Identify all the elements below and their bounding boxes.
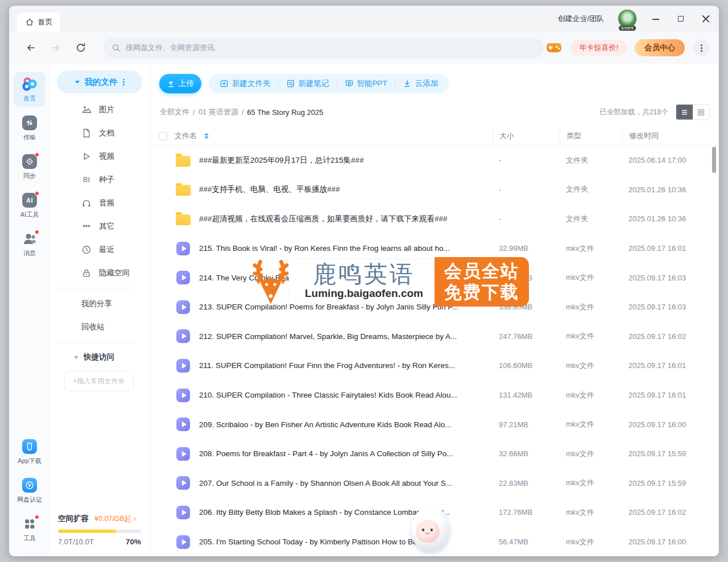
table-row[interactable]: 213. SUPER Compilation! Poems for Breakf… [151,292,719,322]
rail-item-sync[interactable]: 同步 [14,150,46,184]
sidebar-item-audio[interactable]: 音频 [50,191,150,214]
back-button[interactable] [25,42,36,53]
sidebar-item-pictures[interactable]: 图片 [50,98,150,121]
assistant-mascot[interactable] [411,506,450,552]
sidebar-item-documents[interactable]: 文档 [50,121,150,144]
avatar[interactable]: SVIP5 [618,9,637,28]
table-row[interactable]: 210. SUPER Compilation - Three Classic F… [151,381,719,410]
table-row[interactable]: 215. This Book is Viral! - by Ron Keres … [151,234,719,263]
breadcrumb-all-files[interactable]: 全部文件 [160,107,189,117]
caret-down-icon [74,356,78,359]
new-folder-button[interactable]: 新建文件夹 [212,74,278,93]
grid-view-button[interactable] [693,105,709,119]
sidebar-label: 种子 [99,175,114,185]
rail-item-app-download[interactable]: App下载 [14,435,46,469]
sidebar-item-recycle-bin[interactable]: 回收站 [50,315,150,338]
sidebar-item-recent[interactable]: 最近 [50,238,150,261]
file-name: ###最新更新至2025年09月17日，总计215集### [199,155,364,166]
vip-center-button[interactable]: 会员中心 [635,39,685,56]
table-row[interactable]: 211. SUPER Compilation! Four Finn the Fr… [151,351,719,381]
column-name[interactable]: 文件名 [175,131,197,141]
refresh-button[interactable] [75,42,86,53]
file-type: mkv文件 [560,272,622,283]
new-note-button[interactable]: 新建笔记 [279,74,337,93]
sidebar-item-my-shares[interactable]: 我的分享 [50,292,150,315]
sidebar-item-others[interactable]: ••• 其它 [50,214,150,238]
table-row[interactable]: 214. The Very Cranky Bear Super Compilat… [151,263,719,292]
rail-item-home[interactable]: 首页 [14,72,46,107]
nav-rail: 首页 传输 同步 AI AI工具 [9,64,50,556]
breadcrumb-separator: / [193,108,195,117]
file-icon [176,182,191,197]
smart-ppt-button[interactable]: 智能PPT [337,74,395,93]
file-type: mkv文件 [560,537,622,547]
sidebar-item-quick-access[interactable]: 快捷访问 [50,346,150,369]
table-row[interactable]: ###最新更新至2025年09月17日，总计215集### - 文件夹 2025… [151,146,719,175]
upload-button[interactable]: 上传 [159,74,201,93]
sync-icon [22,154,37,169]
rail-item-ai-tools[interactable]: AI AI工具 [14,188,46,223]
table-row[interactable]: ###超清视频，在线观看会压缩画质，如果要画质好，请下载下来观看### - 文件… [151,204,719,234]
minimize-button[interactable] [652,15,660,23]
file-size: 182.77MB [493,274,560,282]
divider [56,342,134,342]
rail-label: AI工具 [20,210,39,219]
close-button[interactable] [702,15,710,23]
file-modified: 2025.09.17 16:03 [622,303,719,311]
file-name: 215. This Book is Viral! - by Ron Keres … [199,244,450,253]
sort-icon[interactable] [204,133,209,139]
storage-price-link[interactable]: ¥0.07/GB起 › [94,514,136,524]
list-view-button[interactable] [676,105,693,119]
table-row[interactable]: ###支持手机、电脑、电视、平板播放### - 文件夹 2025.01.26 1… [151,175,719,205]
sidebar-item-my-files[interactable]: 我的文件 [57,71,142,93]
sidebar-label: 其它 [99,221,114,232]
sidebar-label: 文档 [99,128,114,138]
file-name: ###超清视频，在线观看会压缩画质，如果要画质好，请下载下来观看### [199,214,448,224]
sidebar-item-hidden-space[interactable]: 隐藏空间 [50,261,150,284]
file-icon [176,212,191,226]
notification-dot [35,152,39,157]
app-download-icon [22,439,37,454]
table-row[interactable]: 212. SUPER Compilation! Marvel, Sparkle,… [151,322,719,352]
sidebar-item-torrents[interactable]: Bt 种子 [50,168,150,191]
search-placeholder: 搜网盘文件、全网资源资讯 [126,43,214,53]
favorite-folder-dropzone[interactable]: +拖入常用文件夹 [64,371,134,391]
file-type: mkv文件 [560,449,622,459]
ellipsis-icon: ••• [81,221,92,232]
cloud-add-button[interactable]: 云添加 [395,74,446,93]
breadcrumb-folder[interactable]: 01 英语资源 [198,107,238,117]
column-type[interactable]: 类型 [560,127,622,145]
more-menu-button[interactable] [693,39,710,56]
rail-item-certification[interactable]: 网盘认证 [14,473,46,508]
certification-icon [22,478,37,493]
create-team-link[interactable]: 创建企业/团队 [557,14,604,24]
breadcrumb-separator: / [242,108,244,117]
forward-button[interactable] [50,42,61,53]
select-all-checkbox[interactable] [159,132,167,140]
file-rows: ###最新更新至2025年09月17日，总计215集### - 文件夹 2025… [151,146,719,556]
table-row[interactable]: 207. Our School is a Family - by Shannon… [151,469,719,498]
game-icon[interactable] [545,42,562,54]
file-name: 207. Our School is a Family - by Shannon… [199,479,452,487]
storage-panel: 空间扩容 ¥0.07/GB起 › 7.0T/10.0T 70% [50,514,150,556]
search-input[interactable]: 搜网盘文件、全网资源资讯 [104,38,544,58]
bt-icon: Bt [81,174,92,185]
loaded-status: 已全部加载，共218个 [599,108,668,117]
annual-card-promo[interactable]: 年卡惊喜价! [570,40,627,56]
rail-item-transfer[interactable]: 传输 [14,111,46,146]
file-size: - [493,214,560,223]
column-size[interactable]: 大小 [493,127,560,145]
table-row[interactable]: 208. Poems for Breakfast - Part 4 - by J… [151,439,719,469]
sidebar-item-videos[interactable]: 视频 [50,144,150,168]
table-row[interactable]: 209. Scribaloo - by Ben Fisher An Artist… [151,410,719,439]
file-modified: 2025.09.17 16:01 [622,244,719,253]
file-name: 214. The Very Cranky Bear Super Compilat… [199,274,450,282]
file-type: mkv文件 [560,302,622,312]
column-modified[interactable]: 修改时间 [622,127,719,145]
scrollbar-thumb[interactable] [712,147,716,173]
maximize-button[interactable] [677,15,685,23]
rail-item-messages[interactable]: 消息 [14,227,46,262]
rail-item-tools[interactable]: 工具 [14,512,46,547]
file-icon [176,358,191,373]
tab-home[interactable]: 首页 [17,13,60,32]
